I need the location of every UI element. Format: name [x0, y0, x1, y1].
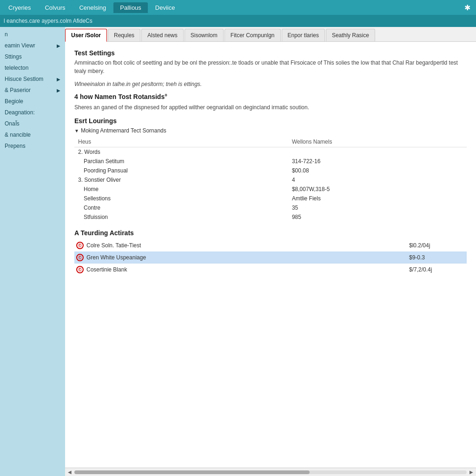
- main-title: Test Settings: [74, 49, 467, 57]
- nav-cryeries[interactable]: Cryeries: [2, 2, 37, 13]
- action-icon-1: ©: [76, 242, 84, 249]
- col-header-1: Heus: [74, 137, 288, 147]
- tab-seathly-rasice[interactable]: Seathly Rasice: [326, 29, 375, 41]
- row-label: Sellestions: [74, 194, 288, 203]
- table-row: 3. Sonstier Oliver 4: [74, 175, 467, 185]
- sidebar-item-hisuce-sestlom[interactable]: Hisuce Sestlom ▶: [0, 73, 65, 85]
- action-icon-3: ©: [76, 266, 84, 273]
- content-area: User /Solor Requles Alsted news Sisownlo…: [65, 27, 476, 476]
- star-icon: ✱: [461, 1, 474, 14]
- row-label: Contre: [74, 203, 288, 212]
- content-body: Test Settings Amminactio on fbot colic o…: [65, 42, 476, 468]
- table-row: 2. Words: [74, 147, 467, 157]
- main-desc: Amminactio on fbot colic of seetting and…: [74, 59, 467, 75]
- sidebar-item-telelecton[interactable]: telelecton: [0, 62, 65, 73]
- row-number: 3. Sonstier Oliver: [74, 175, 288, 185]
- table-row: Poording Pansual $00.08: [74, 166, 467, 175]
- scroll-thumb[interactable]: [74, 470, 310, 474]
- arrow-icon: ▶: [57, 88, 60, 93]
- collapsible-label: Moking Antmernard Tect Sornands: [81, 127, 166, 134]
- sidebar-item-paserior[interactable]: & Paserior ▶: [0, 85, 65, 96]
- tab-enpor-tlaries[interactable]: Enpor tlaries: [282, 29, 325, 41]
- nav-cenelsing[interactable]: Cenelsing: [73, 2, 112, 13]
- sidebar-item-n[interactable]: n: [0, 29, 65, 40]
- row-value: 4: [288, 175, 467, 185]
- row-label: Stfuission: [74, 212, 288, 222]
- scroll-left-icon[interactable]: ◀: [67, 469, 73, 475]
- row-number: 2. Words: [74, 147, 288, 157]
- action-value-2: $9-0.3: [409, 254, 465, 261]
- section-title: Esrt Lourings: [74, 117, 467, 125]
- actions-title: A Teurding Actirats: [74, 229, 467, 237]
- top-nav: Cryeries Colvurs Cenelsing Pallious Devi…: [0, 0, 476, 15]
- action-label-1: Colre Soln. Tatie-Tiest: [86, 242, 409, 249]
- tab-alsted-news[interactable]: Alsted news: [141, 29, 184, 41]
- data-table: Heus Wellons Namels 2. Words Parclian Se…: [74, 137, 467, 222]
- row-value: 35: [288, 203, 467, 212]
- bottom-scrollbar: ◀ ▶: [65, 468, 476, 476]
- action-row-1: © Colre Soln. Tatie-Tiest $l0.2/04j: [74, 239, 467, 251]
- sidebar-item-sttings[interactable]: Sttings: [0, 51, 65, 62]
- nav-deviice[interactable]: Deviice: [149, 2, 182, 13]
- sidebar-item-nancible[interactable]: & nancible: [0, 129, 65, 140]
- action-label-2: Gren White Uspeaniage: [86, 254, 409, 261]
- tab-fitcer-compunlgn[interactable]: Fitcer Compunlgn: [225, 29, 281, 41]
- main-layout: n eamin Viewr ▶ Sttings telelecton Hisuc…: [0, 27, 476, 476]
- sidebar-item-onals[interactable]: Onal̈s: [0, 118, 65, 129]
- action-row-2: © Gren White Uspeaniage $9-0.3: [74, 251, 467, 264]
- tab-requles[interactable]: Requles: [108, 29, 140, 41]
- row-value: 985: [288, 212, 467, 222]
- collapsible-header[interactable]: ▼ Moking Antmernard Tect Sornands: [74, 127, 467, 134]
- row-value: $00.08: [288, 166, 467, 175]
- row-value: 314-722-16: [288, 157, 467, 166]
- sidebar-item-eamin-viewr[interactable]: eamin Viewr ▶: [0, 40, 65, 51]
- sidebar-item-deagnation[interactable]: Deagnation:: [0, 107, 65, 118]
- table-row: Parclian Setitum 314-722-16: [74, 157, 467, 166]
- table-row: Home $8,007W,318-5: [74, 185, 467, 194]
- row-label: Poording Pansual: [74, 166, 288, 175]
- table-row: Stfuission 985: [74, 212, 467, 222]
- sidebar-item-begiole[interactable]: Begiole: [0, 96, 65, 107]
- tab-sisownlom[interactable]: Sisownlom: [185, 29, 224, 41]
- note: Wlneeinalon in talhe.in get pesltorm; tn…: [74, 81, 467, 87]
- table-row: Sellestions Amtlie Fiels: [74, 194, 467, 203]
- arrow-icon: ▶: [57, 77, 60, 82]
- address-text: l eanches.care aypers.colm AfideCs: [4, 18, 93, 24]
- tab-user-solor[interactable]: User /Solor: [65, 29, 107, 42]
- action-label-3: Cosertinie Blank: [86, 266, 409, 273]
- tab-bar: User /Solor Requles Alsted news Sisownlo…: [65, 27, 476, 42]
- nav-colvurs[interactable]: Colvurs: [38, 2, 72, 13]
- scroll-track[interactable]: [74, 470, 467, 474]
- arrow-icon: ▶: [57, 43, 60, 48]
- action-value-1: $l0.2/04j: [409, 242, 465, 249]
- collapsible-arrow-icon: ▼: [74, 128, 79, 133]
- action-row-3: © Cosertinie Blank $/7,2/0.4j: [74, 264, 467, 276]
- sub-desc: Sheres an ganed of the dispnesed for app…: [74, 103, 467, 112]
- address-bar: l eanches.care aypers.colm AfideCs: [0, 15, 476, 27]
- sidebar-item-prepens[interactable]: Prepens: [0, 140, 65, 152]
- action-value-3: $/7,2/0.4j: [409, 266, 465, 273]
- row-label: Home: [74, 185, 288, 194]
- sub-title: 4 how Namen Tost Rotansids°: [74, 93, 467, 100]
- row-label: Parclian Setitum: [74, 157, 288, 166]
- table-row: Contre 35: [74, 203, 467, 212]
- nav-pallious[interactable]: Pallious: [113, 2, 148, 13]
- row-value: $8,007W,318-5: [288, 185, 467, 194]
- action-icon-2: ©: [76, 254, 84, 261]
- sidebar: n eamin Viewr ▶ Sttings telelecton Hisuc…: [0, 27, 65, 476]
- scroll-right-icon[interactable]: ▶: [469, 469, 474, 475]
- col-header-2: Wellons Namels: [288, 137, 467, 147]
- row-value: Amtlie Fiels: [288, 194, 467, 203]
